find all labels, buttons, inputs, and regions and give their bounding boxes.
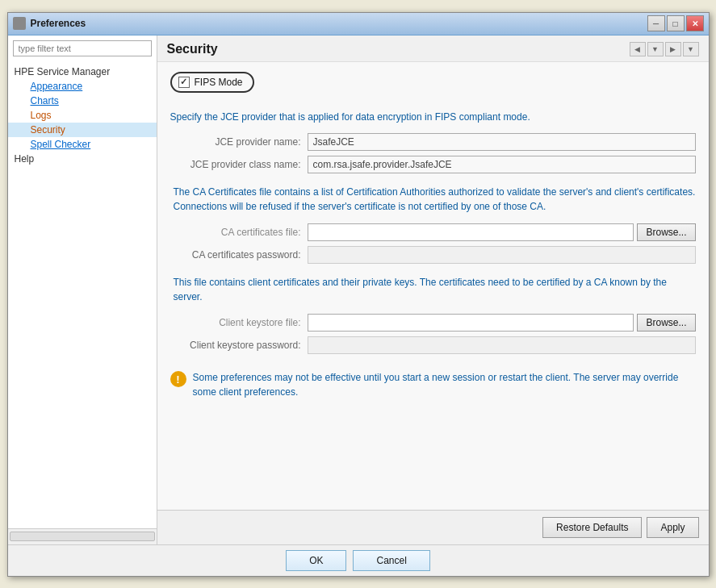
warning-icon: ! xyxy=(170,371,186,387)
jce-provider-input[interactable] xyxy=(308,133,696,151)
nav-dropdown-button[interactable]: ▼ xyxy=(647,42,664,56)
restore-defaults-button[interactable]: Restore Defaults xyxy=(542,517,642,538)
jce-provider-row: JCE provider name: xyxy=(170,133,696,151)
jce-class-row: JCE provider class name: xyxy=(170,156,696,173)
client-password-label: Client keystore password: xyxy=(170,340,308,351)
window-body: HPE Service Manager Appearance Charts Lo… xyxy=(8,35,709,576)
close-button[interactable]: ✕ xyxy=(686,15,704,31)
sidebar-item-spell-checker[interactable]: Spell Checker xyxy=(8,137,157,152)
ca-password-label: CA certificates password: xyxy=(170,249,308,261)
nav-buttons: ◀ ▼ ▶ ▼ xyxy=(630,42,699,56)
sidebar-item-hpe[interactable]: HPE Service Manager xyxy=(8,65,157,79)
ca-browse-button[interactable]: Browse... xyxy=(637,223,695,241)
sidebar-item-help[interactable]: Help xyxy=(8,152,157,166)
sidebar-item-security[interactable]: Security xyxy=(8,123,157,137)
ca-info: The CA Certificates file contains a list… xyxy=(170,185,696,214)
ca-password-input[interactable] xyxy=(308,246,696,264)
minimize-button[interactable]: ─ xyxy=(647,15,665,31)
title-bar-buttons: ─ □ ✕ xyxy=(647,15,704,31)
fips-label: FIPS Mode xyxy=(195,77,243,88)
nav-back-button[interactable]: ◀ xyxy=(630,42,646,56)
main-content: HPE Service Manager Appearance Charts Lo… xyxy=(8,35,709,544)
nav-forward-dropdown-button[interactable]: ▼ xyxy=(683,42,699,56)
nav-forward-button[interactable]: ▶ xyxy=(665,42,681,56)
sidebar-item-appearance[interactable]: Appearance xyxy=(8,79,157,94)
window-title: Preferences xyxy=(31,18,647,29)
footer-bar: Restore Defaults Apply xyxy=(157,510,709,544)
client-keystore-input[interactable] xyxy=(308,314,634,332)
fips-mode-row: FIPS Mode xyxy=(170,72,254,93)
maximize-button[interactable]: □ xyxy=(667,15,685,31)
warning-text: Some preferences may not be effective un… xyxy=(193,370,696,399)
window-icon xyxy=(13,17,26,30)
jce-provider-label: JCE provider name: xyxy=(170,136,308,148)
jce-class-input[interactable] xyxy=(308,156,696,173)
jce-class-label: JCE provider class name: xyxy=(170,159,308,170)
cancel-button[interactable]: Cancel xyxy=(353,550,429,571)
client-password-row: Client keystore password: xyxy=(170,336,696,354)
sidebar: HPE Service Manager Appearance Charts Lo… xyxy=(8,35,157,544)
fips-section: FIPS Mode xyxy=(170,72,696,101)
page-title: Security xyxy=(167,42,630,56)
content-panel: Security ◀ ▼ ▶ ▼ FIPS Mode xyxy=(157,35,709,544)
preferences-window: Preferences ─ □ ✕ HPE Service Manager Ap… xyxy=(7,12,710,577)
horizontal-scrollbar[interactable] xyxy=(10,532,155,541)
warning-section: ! Some preferences may not be effective … xyxy=(170,367,696,402)
sidebar-scrollbar xyxy=(8,528,157,544)
filter-input[interactable] xyxy=(13,40,152,56)
client-info: This file contains client certificates a… xyxy=(170,275,696,304)
ca-file-label: CA certificates file: xyxy=(170,227,308,238)
sidebar-item-logs[interactable]: Logs xyxy=(8,108,157,123)
client-keystore-label: Client keystore file: xyxy=(170,317,308,328)
content-header: Security ◀ ▼ ▶ ▼ xyxy=(157,35,709,62)
sidebar-item-charts[interactable]: Charts xyxy=(8,94,157,108)
fips-description: Specify the JCE provider that is applied… xyxy=(170,111,696,124)
client-browse-button[interactable]: Browse... xyxy=(637,314,695,332)
ca-password-row: CA certificates password: xyxy=(170,246,696,264)
content-scroll: FIPS Mode Specify the JCE provider that … xyxy=(157,62,709,510)
ca-file-row: CA certificates file: Browse... xyxy=(170,223,696,241)
ok-button[interactable]: OK xyxy=(286,550,346,571)
client-keystore-row: Client keystore file: Browse... xyxy=(170,314,696,332)
apply-button[interactable]: Apply xyxy=(647,517,698,538)
ca-file-input[interactable] xyxy=(308,223,634,241)
client-password-input[interactable] xyxy=(308,336,696,354)
bottom-bar: OK Cancel xyxy=(8,544,709,576)
tree-area: HPE Service Manager Appearance Charts Lo… xyxy=(8,61,157,528)
fips-checkbox[interactable] xyxy=(178,77,190,88)
title-bar: Preferences ─ □ ✕ xyxy=(8,13,709,35)
